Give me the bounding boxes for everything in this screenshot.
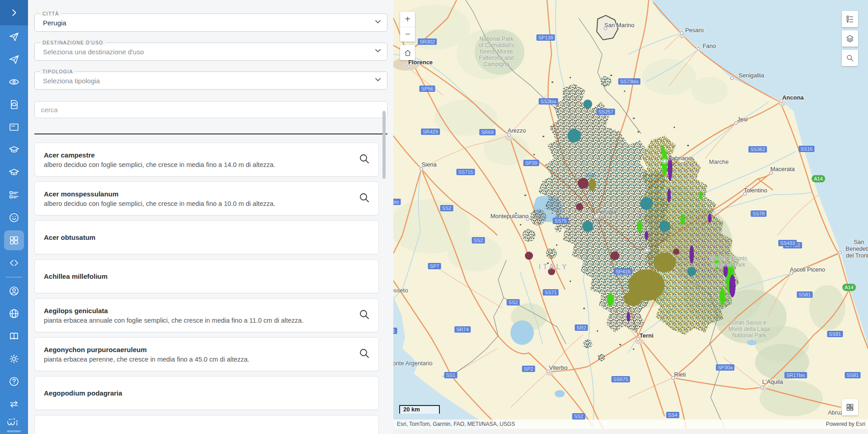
city-select-label: CITTÀ — [40, 11, 61, 16]
search-input[interactable] — [34, 101, 387, 118]
smiley-icon — [9, 212, 19, 223]
search-icon — [359, 348, 370, 359]
swap-arrows-icon — [9, 399, 19, 410]
sidebar-item-education-alt[interactable] — [0, 161, 28, 184]
grid-icon — [9, 235, 19, 246]
scale-bar: 20 km — [399, 405, 440, 414]
search-icon — [359, 309, 370, 320]
plant-card[interactable]: Achillea millefolium — [34, 259, 379, 293]
app-root: wisetown CITTÀ Perugia DESTINAZIONE D'US… — [0, 0, 868, 434]
plant-card[interactable] — [34, 415, 379, 434]
plant-name: Acer monspessulanum — [44, 190, 351, 198]
sidebar-item-cloud-document[interactable] — [0, 93, 28, 116]
powered-by-text: Powered by Esri — [826, 421, 865, 427]
chevron-right-icon — [9, 8, 19, 18]
city-select[interactable]: CITTÀ Perugia — [34, 14, 387, 32]
scale-label: 20 km — [403, 406, 420, 413]
sidebar-divider — [6, 277, 22, 277]
plant-locate-button[interactable] — [358, 153, 371, 167]
graduation-cap-icon — [9, 144, 19, 155]
plant-locate-button[interactable] — [358, 348, 371, 361]
attribution-bar: Esri, TomTom, Garmin, FAO, METI/NASA, US… — [393, 420, 868, 429]
layers-icon — [845, 34, 854, 43]
bottom-strip — [393, 429, 868, 434]
eye-icon — [9, 76, 19, 87]
sidebar-item-library[interactable] — [0, 325, 28, 348]
plant-card[interactable]: Aegopodium podagraria — [34, 376, 379, 410]
plant-card[interactable]: Aegonychon purpurocaeruleumpianta erbace… — [34, 337, 379, 371]
sidebar-item-account[interactable] — [0, 280, 28, 302]
attribution-text: Esri, TomTom, Garmin, FAO, METI/NASA, US… — [397, 421, 515, 427]
search-icon — [845, 53, 854, 62]
typology-select[interactable]: TIPOLOGIA Seleziona tipologia — [34, 72, 387, 90]
sidebar-item-education[interactable] — [0, 138, 28, 161]
chevron-down-icon — [373, 17, 382, 28]
filter-panel: CITTÀ Perugia DESTINAZIONE D'USO Selezio… — [28, 0, 393, 434]
home-icon — [403, 48, 412, 57]
sidebar-item-web[interactable] — [0, 302, 28, 325]
legend-icon — [845, 14, 854, 24]
plant-name: Achillea millefolium — [44, 272, 351, 280]
sidebar-item-settings[interactable] — [0, 348, 28, 370]
plant-description: pianta erbacea annuale con foglie sempli… — [44, 317, 351, 324]
plant-card[interactable]: Acer campestrealbero deciduo con foglie … — [34, 143, 379, 176]
layers-button[interactable] — [842, 30, 858, 47]
paper-plane-2-icon — [9, 54, 19, 65]
cloud-document-icon — [9, 99, 19, 110]
plant-description: albero deciduo con foglie semplici, che … — [44, 200, 351, 207]
land-use-select-placeholder: Seleziona una destinazione d'uso — [43, 48, 144, 56]
plant-card[interactable]: Aegilops geniculatapianta erbacea annual… — [34, 298, 379, 332]
sidebar-item-archive[interactable] — [0, 116, 28, 138]
collapse-arrows-icon — [9, 258, 19, 268]
map-canvas[interactable] — [393, 0, 868, 434]
gear-icon — [9, 353, 19, 364]
zoom-out-button[interactable]: − — [400, 27, 415, 42]
sidebar-item-help[interactable] — [0, 370, 28, 393]
user-circle-icon — [9, 286, 19, 296]
sidebar-item-modules[interactable] — [0, 229, 28, 252]
typology-select-placeholder: Seleziona tipologia — [43, 77, 100, 85]
search-icon — [359, 192, 370, 204]
plant-locate-button[interactable] — [358, 309, 371, 322]
legend-button[interactable] — [842, 11, 858, 27]
plant-description: pianta erbacea perenne, che cresce in me… — [44, 356, 351, 363]
graduation-cap-icon — [9, 167, 19, 178]
home-extent-button[interactable] — [400, 45, 415, 60]
sidebar-item-send[interactable] — [0, 25, 28, 48]
sidebar-item-collapse[interactable] — [0, 252, 28, 274]
plant-name: Aegopodium podagraria — [44, 389, 351, 397]
panel-scrollbar[interactable] — [382, 111, 386, 179]
zoom-in-button[interactable]: + — [400, 12, 415, 27]
basemap-grid-icon — [845, 403, 854, 412]
map-view: FlorenceSan MarinoPesaroFanoSenigalliaAn… — [393, 0, 868, 434]
search-icon — [359, 153, 370, 165]
plant-name: Acer obtusatum — [44, 234, 351, 241]
plant-description: albero deciduo con foglie semplici, che … — [44, 161, 351, 168]
zoom-controls: + − — [400, 12, 415, 42]
wisetown-logo-caption: wisetown — [0, 429, 28, 433]
paper-plane-icon — [9, 31, 19, 42]
folder-card-icon — [9, 122, 19, 133]
sidebar-item-transfer[interactable] — [0, 393, 28, 415]
chevron-down-icon — [373, 46, 382, 57]
wisetown-logo: wisetown — [0, 418, 28, 433]
plant-card[interactable]: Acer monspessulanumalbero deciduo con fo… — [34, 181, 379, 215]
city-select-value: Perugia — [43, 19, 66, 27]
map-search-button[interactable] — [842, 50, 858, 66]
sidebar-item-expand-sidebar[interactable] — [0, 0, 28, 25]
basemap-gallery-button[interactable] — [842, 399, 858, 415]
sidebar-item-wellbeing[interactable] — [0, 206, 28, 229]
list-cards-icon — [9, 190, 19, 200]
globe-icon — [9, 308, 19, 319]
plant-locate-button[interactable] — [358, 192, 371, 205]
sidebar-item-list-cards[interactable] — [0, 184, 28, 206]
land-use-select-label: DESTINAZIONE D'USO — [40, 40, 105, 45]
typology-select-label: TIPOLOGIA — [40, 69, 75, 74]
question-circle-icon — [9, 376, 19, 387]
sidebar-item-send-alt[interactable] — [0, 48, 28, 71]
land-use-select[interactable]: DESTINAZIONE D'USO Seleziona una destina… — [34, 43, 387, 61]
plant-name: Aegilops geniculata — [44, 307, 351, 315]
plant-list: Acer campestrealbero deciduo con foglie … — [34, 143, 379, 434]
sidebar-item-observe[interactable] — [0, 71, 28, 93]
plant-card[interactable]: Acer obtusatum — [34, 220, 379, 254]
